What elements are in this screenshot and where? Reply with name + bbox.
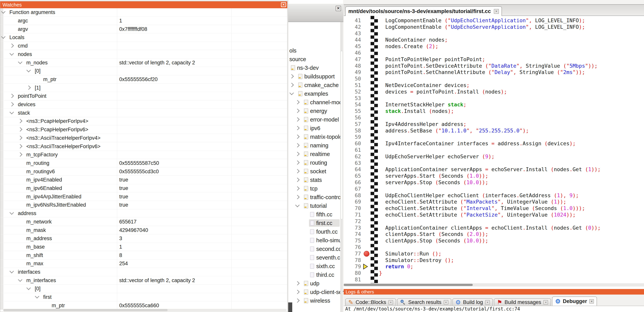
chevron-down-icon[interactable]: [295, 203, 300, 207]
watch-row[interactable]: interfaces: [0, 268, 287, 276]
tree-item-source[interactable]: source: [288, 55, 343, 63]
chevron-down-icon[interactable]: [18, 277, 22, 282]
editor-hscroll-thumb[interactable]: [344, 284, 473, 286]
tree-item-realtime[interactable]: realtime: [288, 150, 343, 158]
code-line[interactable]: pointToPoint.SetDeviceAttribute ("DataRa…: [379, 63, 598, 69]
code-line[interactable]: LogComponentEnable ("UdpEchoServerApplic…: [379, 24, 585, 30]
tab-close-icon[interactable]: ✕: [544, 300, 548, 305]
code-line[interactable]: NodeContainer nodes;: [379, 37, 448, 43]
code-line[interactable]: echoClient.SetAttribute ("PacketSize", U…: [379, 212, 576, 218]
chevron-right-icon[interactable]: [295, 100, 300, 104]
chevron-down-icon[interactable]: [10, 210, 14, 215]
code-line[interactable]: Simulator::Destroy ();: [379, 257, 454, 264]
tree-item-tcp[interactable]: tcp: [288, 184, 343, 193]
chevron-down-icon[interactable]: [26, 286, 31, 290]
watch-row[interactable]: argv0x7fffffffdf08: [0, 25, 287, 33]
code-line[interactable]: serverApps.Stop (Seconds (10.0));: [379, 179, 488, 186]
tab-close-icon[interactable]: ✕: [388, 300, 393, 305]
chevron-right-icon[interactable]: [18, 152, 22, 157]
code-line[interactable]: Simulator::Run ();: [379, 251, 442, 257]
code-line[interactable]: echoClient.SetAttribute ("MaxPackets", U…: [379, 198, 566, 205]
watch-row[interactable]: [0]: [0, 285, 287, 293]
tree-item-udp-client-ser[interactable]: udp-client-ser: [288, 288, 343, 296]
watch-row[interactable]: devices: [0, 100, 287, 109]
code-line[interactable]: serverApps.Start (Seconds (1.0));: [379, 173, 488, 179]
chevron-right-icon[interactable]: [290, 83, 294, 87]
tree-vscroll-thumb[interactable]: [340, 51, 343, 219]
chevron-right-icon[interactable]: [295, 117, 300, 122]
chevron-down-icon[interactable]: [26, 68, 31, 72]
tree-item-udp[interactable]: udp: [288, 279, 343, 288]
watches-close-icon[interactable]: ✕: [281, 2, 286, 7]
code-line[interactable]: echoClient.SetAttribute ("Interval", Tim…: [379, 205, 585, 212]
code-line[interactable]: nodes.Create (2);: [379, 43, 438, 50]
chevron-right-icon[interactable]: [295, 152, 300, 156]
tree-item-fifth-cc[interactable]: fifth.cc: [288, 210, 343, 219]
code-line[interactable]: InternetStackHelper stack;: [379, 101, 466, 108]
code-line[interactable]: PointToPointHelper pointToPoint;: [379, 56, 485, 63]
watch-row[interactable]: Function arguments: [0, 8, 287, 17]
watch-row[interactable]: m_shift8: [0, 251, 287, 260]
chevron-right-icon[interactable]: [295, 290, 300, 294]
tree-item-seventh-cc[interactable]: seventh.cc: [288, 253, 343, 262]
watch-row[interactable]: m_ipv4ArpJitterEnabledtrue: [0, 192, 287, 201]
watches-horizontal-scrollbar[interactable]: [3, 309, 286, 311]
editor-horizontal-scrollbar[interactable]: [344, 283, 644, 287]
tab-close-icon[interactable]: ✕: [589, 299, 594, 304]
watch-row[interactable]: m_ipv6NsRsJitterEnabledtrue: [0, 201, 287, 209]
chevron-right-icon[interactable]: [295, 160, 300, 165]
code-area[interactable]: 41 LogComponentEnable ("UdpEchoClientApp…: [344, 16, 644, 283]
tree-item-ols[interactable]: ols: [288, 46, 343, 55]
code-line[interactable]: pointToPoint.SetChannelAttribute ("Delay…: [379, 69, 585, 76]
code-line[interactable]: clientApps.Start (Seconds (2.0));: [379, 231, 488, 237]
code-line[interactable]: Ipv4AddressHelper address;: [379, 121, 466, 128]
tree-item-stats[interactable]: stats: [288, 175, 343, 184]
chevron-down-icon[interactable]: [10, 110, 14, 114]
chevron-right-icon[interactable]: [295, 195, 300, 199]
watch-row[interactable]: m_nodesstd::vector of length 2, capacity…: [0, 58, 287, 67]
chevron-right-icon[interactable]: [295, 298, 300, 303]
watch-row[interactable]: m_ipv6Enabledtrue: [0, 184, 287, 193]
chevron-right-icon[interactable]: [295, 186, 300, 190]
tree-item-tutorial[interactable]: tutorial: [288, 201, 343, 210]
tree-item-routing[interactable]: routing: [288, 158, 343, 167]
watch-row[interactable]: <ns3::PcapHelperForIpv4>: [0, 117, 287, 126]
code-line[interactable]: clientApps.Stop (Seconds (10.0));: [379, 237, 488, 244]
watch-row[interactable]: m_routingv60x5555555cd3c0: [0, 167, 287, 176]
tree-item-ipv6[interactable]: ipv6: [288, 124, 343, 133]
chevron-right-icon[interactable]: [26, 85, 31, 90]
code-line[interactable]: UdpEchoServerHelper echoServer (9);: [379, 153, 494, 160]
tree-item-buildsupport[interactable]: buildsupport: [288, 72, 343, 81]
tab-close-icon[interactable]: ✕: [444, 300, 448, 305]
watch-row[interactable]: m_network655617: [0, 218, 287, 226]
tree-item-wireless[interactable]: wireless: [288, 296, 343, 305]
tree-item-cmake-cache[interactable]: cmake_cache: [288, 81, 343, 89]
tree-item-channel-mod[interactable]: channel-mod: [288, 98, 343, 107]
watch-row[interactable]: m_tcpFactory: [0, 151, 287, 159]
code-line[interactable]: ApplicationContainer serverApps = echoSe…: [379, 166, 600, 173]
tree-item-matrix-topolo[interactable]: matrix-topolo: [288, 133, 343, 141]
logs-title-bar[interactable]: Logs & others: [344, 289, 644, 295]
chevron-right-icon[interactable]: [295, 177, 300, 182]
logs-tab-build-messages[interactable]: ⚑Build messages✕: [494, 298, 551, 306]
watch-row[interactable]: <ns3::PcapHelperForIpv6>: [0, 126, 287, 134]
chevron-right-icon[interactable]: [295, 169, 300, 173]
logs-tab-search-results[interactable]: Search results✕: [397, 298, 452, 306]
watch-row[interactable]: m_ptr0x5555555ca660: [0, 302, 287, 310]
chevron-down-icon[interactable]: [290, 91, 294, 95]
watch-row[interactable]: <ns3::AsciiTraceHelperForIpv6>: [0, 142, 287, 151]
tree-item-sixth-cc[interactable]: sixth.cc: [288, 262, 343, 270]
watch-row[interactable]: cmd: [0, 42, 287, 50]
chevron-right-icon[interactable]: [295, 109, 300, 113]
watch-row[interactable]: stack: [0, 109, 287, 117]
chevron-down-icon[interactable]: [1, 34, 6, 39]
tree-item-energy[interactable]: energy: [288, 107, 343, 115]
watch-row[interactable]: address: [0, 209, 287, 218]
tree-item-hello-simul[interactable]: hello-simul: [288, 236, 343, 245]
chevron-down-icon[interactable]: [10, 269, 14, 274]
logs-tab-build-log[interactable]: ⚙Build log✕: [452, 298, 493, 306]
code-line[interactable]: }: [379, 270, 382, 276]
watch-row[interactable]: pointToPoint: [0, 92, 287, 100]
chevron-right-icon[interactable]: [290, 74, 294, 78]
tree-item-examples[interactable]: examples: [288, 89, 343, 98]
